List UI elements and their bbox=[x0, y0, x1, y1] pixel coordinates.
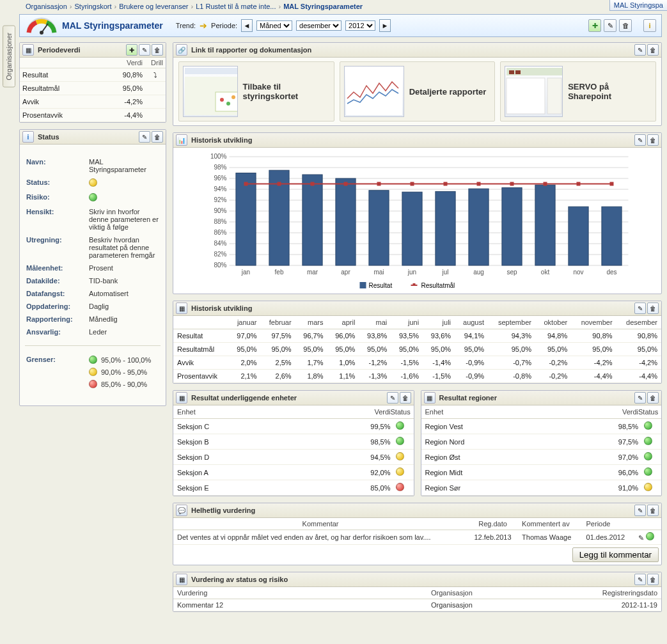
add-comment-button[interactable]: Legg til kommentar bbox=[572, 547, 659, 562]
unit-value: 92,0% bbox=[352, 469, 391, 476]
units-edit-button[interactable]: ✎ bbox=[387, 392, 398, 404]
regions-col-status: Status bbox=[638, 408, 657, 416]
chart-edit-button[interactable]: ✎ bbox=[634, 134, 646, 146]
periodeverdi-add-button[interactable]: ✚ bbox=[126, 44, 137, 56]
hist-col: august bbox=[455, 316, 488, 329]
regions-delete-button[interactable]: 🗑 bbox=[647, 392, 659, 404]
status-edit-button[interactable]: ✎ bbox=[139, 131, 150, 143]
drill-icon: ⤵ bbox=[153, 71, 157, 79]
svg-text:apr: apr bbox=[341, 269, 350, 276]
crumb-l1[interactable]: L1 Rustet til å møte inte... bbox=[196, 3, 276, 10]
status-risiko-delete-button[interactable]: 🗑 bbox=[647, 574, 659, 585]
hist-col: oktober bbox=[535, 316, 571, 329]
unit-row[interactable]: Region Midt96,0% bbox=[421, 465, 662, 480]
pv-drill[interactable]: ⤵ bbox=[145, 68, 166, 82]
granularity-select[interactable]: Måned bbox=[256, 20, 292, 31]
add-button[interactable]: ✚ bbox=[588, 19, 601, 32]
unit-value: 96,0% bbox=[600, 469, 638, 476]
history-edit-button[interactable]: ✎ bbox=[634, 302, 646, 314]
svg-text:94%: 94% bbox=[214, 185, 226, 192]
unit-row[interactable]: Seksjon B98,5% bbox=[173, 434, 414, 450]
vurdering-delete-button[interactable]: 🗑 bbox=[647, 505, 659, 516]
links-panel: 🔗 Link til rapporter og dokumentasjon ✎ … bbox=[173, 42, 662, 126]
unit-row[interactable]: Seksjon C99,5% bbox=[173, 419, 414, 434]
status-delete-button[interactable]: 🗑 bbox=[152, 131, 163, 143]
link-card[interactable]: SERVO på Sharepoint bbox=[500, 61, 656, 122]
sr-d: 2012-11-19 bbox=[476, 599, 661, 611]
v-col-by: Kommentert av bbox=[518, 518, 582, 530]
sidebar-tab-organisasjoner[interactable]: Organisasjoner bbox=[3, 26, 15, 88]
status-risiko-title: Vurdering av status og risiko bbox=[191, 576, 288, 583]
svg-text:nov: nov bbox=[573, 269, 583, 276]
status-dot-icon bbox=[644, 437, 652, 445]
lbl-oppdatering: Oppdatering: bbox=[26, 302, 84, 310]
unit-row[interactable]: Seksjon A92,0% bbox=[173, 465, 414, 480]
hist-cell: 2,1% bbox=[229, 370, 261, 383]
regions-edit-button[interactable]: ✎ bbox=[634, 392, 646, 404]
link-label: Detaljerte rapporter bbox=[409, 87, 487, 97]
crumb-organisasjon[interactable]: Organisasjon bbox=[26, 3, 67, 10]
units-delete-button[interactable]: 🗑 bbox=[400, 392, 411, 404]
sr-col-d: Registreringsdato bbox=[476, 587, 661, 599]
history-delete-button[interactable]: 🗑 bbox=[647, 302, 659, 314]
hist-cell: 1,0% bbox=[327, 356, 359, 370]
delete-button[interactable]: 🗑 bbox=[619, 19, 632, 32]
svg-rect-48 bbox=[436, 191, 455, 265]
period-next-button[interactable]: ► bbox=[379, 19, 391, 32]
units-col-status: Status bbox=[391, 408, 410, 416]
val-datakilde: TID-bank bbox=[89, 277, 159, 285]
threshold-text: 90,0% - 95,0% bbox=[101, 368, 147, 376]
link-card[interactable]: Tilbake til styringskortet bbox=[178, 61, 334, 122]
hist-cell: -0,9% bbox=[455, 356, 488, 370]
chart-title: Historisk utvikling bbox=[191, 136, 252, 144]
unit-row[interactable]: Region Øst97,0% bbox=[421, 450, 662, 465]
regions-title: Resultat regioner bbox=[439, 394, 497, 402]
vurdering-edit-button[interactable]: ✎ bbox=[634, 505, 646, 516]
status-risiko-edit-button[interactable]: ✎ bbox=[634, 574, 646, 585]
hist-col: november bbox=[571, 316, 616, 329]
periodeverdi-delete-button[interactable]: 🗑 bbox=[152, 44, 163, 56]
val-utregning: Beskriv hvordan resultatet på denne para… bbox=[89, 236, 159, 259]
unit-name: Region Sør bbox=[425, 484, 600, 492]
chart-delete-button[interactable]: 🗑 bbox=[647, 134, 659, 146]
month-select[interactable]: desember bbox=[296, 20, 341, 31]
svg-text:feb: feb bbox=[275, 269, 284, 276]
status-dot-icon bbox=[396, 421, 404, 430]
crumb-styringskort[interactable]: Styringskort bbox=[75, 3, 112, 10]
year-select[interactable]: 2012 bbox=[345, 20, 375, 31]
svg-rect-75 bbox=[413, 283, 416, 286]
lbl-ansvarlig: Ansvarlig: bbox=[26, 328, 84, 336]
periodeverdi-edit-button[interactable]: ✎ bbox=[139, 44, 150, 56]
unit-row[interactable]: Region Sør91,0% bbox=[421, 480, 662, 496]
info-icon: i bbox=[22, 131, 34, 143]
svg-rect-9 bbox=[506, 68, 562, 75]
links-edit-button[interactable]: ✎ bbox=[634, 44, 646, 56]
hist-cell: 90,8% bbox=[571, 329, 616, 343]
pv-label: Prosentavvik bbox=[20, 109, 100, 122]
info-button[interactable]: i bbox=[643, 19, 656, 32]
status-dot-icon bbox=[396, 467, 404, 476]
unit-row[interactable]: Seksjon D94,5% bbox=[173, 450, 414, 465]
crumb-brukere[interactable]: Brukere og leveranser bbox=[119, 3, 188, 10]
pv-value: -4,2% bbox=[100, 95, 145, 109]
svg-text:96%: 96% bbox=[214, 175, 226, 182]
unit-row[interactable]: Region Vest98,5% bbox=[421, 419, 662, 434]
svg-text:des: des bbox=[606, 269, 616, 276]
link-card[interactable]: Detaljerte rapporter bbox=[340, 61, 496, 122]
svg-point-6 bbox=[226, 102, 230, 106]
hist-cell: -4,4% bbox=[616, 370, 661, 383]
unit-name: Region Midt bbox=[425, 469, 600, 476]
unit-name: Seksjon A bbox=[177, 469, 352, 476]
period-prev-button[interactable]: ◄ bbox=[241, 19, 253, 32]
gauge-icon bbox=[25, 16, 58, 35]
row-edit-icon[interactable]: ✎ bbox=[638, 534, 644, 542]
breadcrumb: Organisasjon› Styringskort› Brukere og l… bbox=[0, 0, 667, 14]
unit-row[interactable]: Region Nord97,5% bbox=[421, 434, 662, 450]
unit-row[interactable]: Seksjon E85,0% bbox=[173, 480, 414, 496]
edit-button[interactable]: ✎ bbox=[604, 19, 616, 32]
svg-text:sep: sep bbox=[506, 269, 517, 276]
link-icon: 🔗 bbox=[176, 44, 187, 56]
vurdering-panel: 💬 Helhetlig vurdering ✎ 🗑 KommentarReg.d… bbox=[173, 503, 662, 565]
links-delete-button[interactable]: 🗑 bbox=[647, 44, 659, 56]
svg-point-5 bbox=[220, 98, 224, 102]
